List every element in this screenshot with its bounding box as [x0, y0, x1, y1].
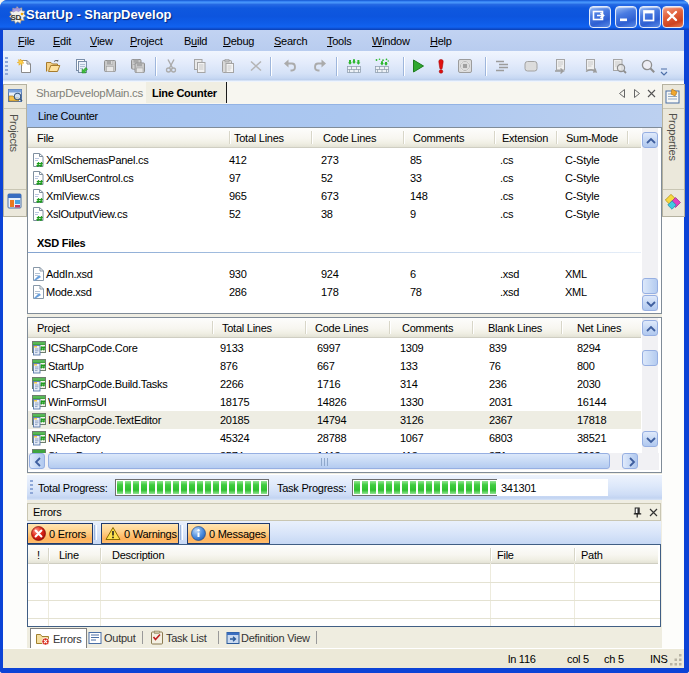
svg-text:SD: SD [11, 13, 22, 22]
